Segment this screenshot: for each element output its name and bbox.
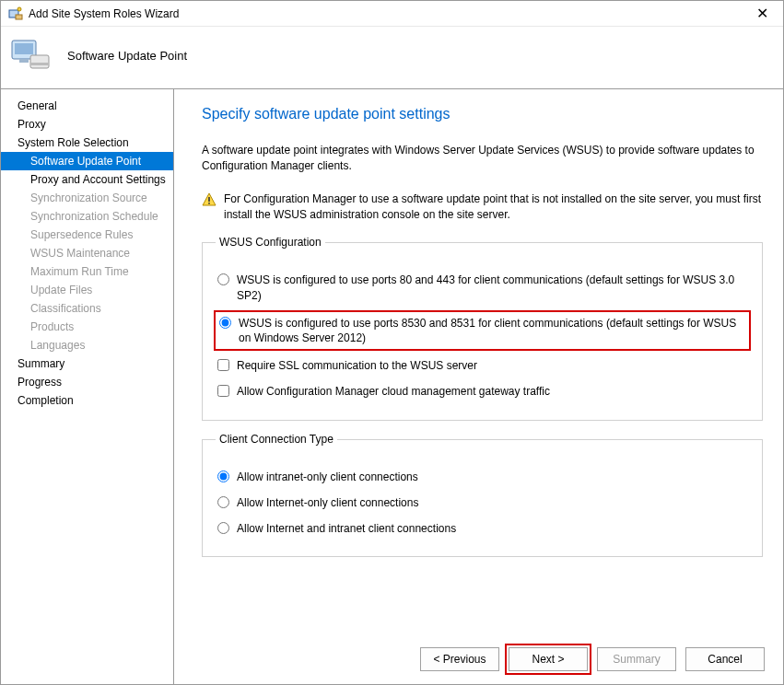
sidebar-item-system-role-selection[interactable]: System Role Selection	[1, 134, 173, 152]
svg-rect-10	[208, 203, 210, 204]
svg-rect-6	[30, 63, 49, 65]
page-title: Specify software update point settings	[202, 106, 763, 122]
wsus-ports-80-443-label: WSUS is configured to use ports 80 and 4…	[237, 273, 749, 302]
require-ssl-row[interactable]: Require SSL communication to the WSUS se…	[216, 353, 749, 378]
wizard-icon	[8, 6, 23, 21]
wsus-ports-8530-8531-radio[interactable]	[219, 317, 231, 329]
require-ssl-label: Require SSL communication to the WSUS se…	[237, 358, 477, 373]
content-inner: Specify software update point settings A…	[174, 89, 783, 638]
summary-button[interactable]: Summary	[597, 647, 676, 671]
window-title: Add Site System Roles Wizard	[29, 7, 748, 20]
intranet-only-row[interactable]: Allow intranet-only client connections	[216, 464, 749, 490]
sidebar-item-proxy-and-account-settings[interactable]: Proxy and Account Settings	[1, 170, 173, 189]
group-wsus-configuration: WSUS Configuration WSUS is configured to…	[202, 242, 763, 420]
wizard-body: GeneralProxySystem Role SelectionSoftwar…	[1, 89, 783, 684]
cancel-button[interactable]: Cancel	[685, 647, 765, 671]
group-client-connection: Client Connection Type Allow intranet-on…	[202, 439, 763, 558]
internet-only-row[interactable]: Allow Internet-only client connections	[216, 490, 749, 516]
sidebar-item-summary[interactable]: Summary	[1, 354, 173, 373]
sidebar-item-synchronization-schedule: Synchronization Schedule	[1, 207, 173, 226]
sidebar-item-completion[interactable]: Completion	[1, 391, 173, 410]
sidebar-item-languages: Languages	[1, 336, 173, 354]
group-conn-legend: Client Connection Type	[216, 433, 337, 446]
warning-row: For Configuration Manager to use a softw…	[202, 192, 763, 223]
next-button[interactable]: Next >	[509, 647, 588, 671]
sidebar-item-software-update-point[interactable]: Software Update Point	[1, 152, 173, 170]
sidebar-item-classifications: Classifications	[1, 299, 173, 318]
sidebar-item-update-files: Update Files	[1, 281, 173, 299]
wsus-ports-8530-8531-label: WSUS is configured to use ports 8530 and…	[239, 316, 747, 345]
intro-text: A software update point integrates with …	[202, 143, 763, 175]
svg-rect-7	[19, 59, 29, 63]
allow-cmg-label: Allow Configuration Manager cloud manage…	[237, 384, 550, 399]
wizard-content: Specify software update point settings A…	[174, 89, 783, 684]
allow-cmg-checkbox[interactable]	[217, 385, 229, 397]
sidebar-item-progress[interactable]: Progress	[1, 373, 173, 391]
sidebar-item-proxy[interactable]: Proxy	[1, 115, 173, 134]
wsus-ports-8530-8531-row[interactable]: WSUS is configured to use ports 8530 and…	[214, 310, 751, 351]
wizard-footer: < Previous Next > Summary Cancel	[174, 638, 783, 684]
allow-cmg-row[interactable]: Allow Configuration Manager cloud manage…	[216, 378, 749, 404]
sidebar-item-synchronization-source: Synchronization Source	[1, 189, 173, 207]
sidebar-item-products: Products	[1, 318, 173, 336]
intranet-only-radio[interactable]	[217, 470, 229, 482]
both-conn-label: Allow Internet and intranet client conne…	[237, 521, 456, 536]
both-conn-radio[interactable]	[217, 522, 229, 534]
wizard-header: Software Update Point	[1, 27, 783, 89]
warning-icon	[202, 192, 216, 207]
internet-only-label: Allow Internet-only client connections	[237, 495, 418, 510]
previous-button[interactable]: < Previous	[420, 647, 499, 671]
close-icon[interactable]: ✕	[748, 5, 776, 22]
wsus-ports-80-443-radio[interactable]	[217, 273, 229, 285]
sidebar-item-general[interactable]: General	[1, 97, 173, 115]
warning-text: For Configuration Manager to use a softw…	[224, 192, 763, 223]
svg-rect-5	[30, 55, 49, 68]
wsus-ports-80-443-row[interactable]: WSUS is configured to use ports 80 and 4…	[216, 267, 749, 308]
both-conn-row[interactable]: Allow Internet and intranet client conne…	[216, 516, 749, 541]
svg-rect-1	[16, 15, 22, 19]
intranet-only-label: Allow intranet-only client connections	[237, 470, 418, 484]
wizard-sidebar: GeneralProxySystem Role SelectionSoftwar…	[1, 89, 174, 684]
require-ssl-checkbox[interactable]	[217, 359, 229, 371]
header-computer-icon	[10, 35, 53, 77]
internet-only-radio[interactable]	[217, 496, 229, 508]
sidebar-item-maximum-run-time: Maximum Run Time	[1, 262, 173, 281]
group-wsus-legend: WSUS Configuration	[216, 236, 325, 249]
titlebar: Add Site System Roles Wizard ✕	[1, 1, 783, 27]
sidebar-item-supersedence-rules: Supersedence Rules	[1, 226, 173, 244]
wizard-step-title: Software Update Point	[67, 49, 187, 63]
sidebar-item-wsus-maintenance: WSUS Maintenance	[1, 244, 173, 262]
svg-point-2	[18, 7, 21, 11]
svg-rect-4	[15, 43, 33, 54]
svg-rect-9	[208, 197, 210, 202]
